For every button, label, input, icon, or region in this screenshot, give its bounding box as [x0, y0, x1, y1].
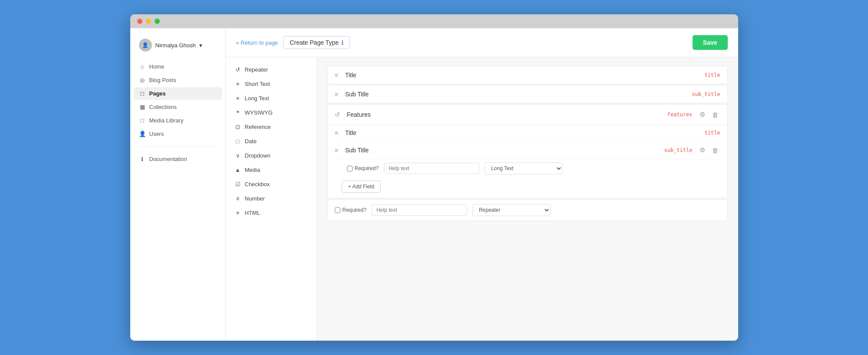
number-icon: #	[234, 195, 241, 202]
field-icon: ≡	[335, 72, 338, 79]
field-name: Sub Title	[345, 91, 687, 98]
field-icon: ≡	[335, 91, 338, 98]
palette-item-short-text[interactable]: ≡ Short Text	[226, 77, 317, 91]
required-label[interactable]: Required?	[347, 165, 379, 171]
wysiwyg-icon: ❝	[234, 109, 241, 116]
sidebar-item-label: Media Library	[149, 117, 184, 124]
sidebar-nav: ⌂ Home ◎ Blog Posts □ Pages ▦ Collection…	[130, 60, 225, 165]
users-icon: 👤	[139, 131, 146, 137]
repeater-actions: ⚙ 🗑	[698, 110, 720, 119]
bottom-required-checkbox[interactable]	[335, 207, 340, 213]
repeater-key: features	[667, 112, 693, 118]
settings-button[interactable]: ⚙	[698, 110, 707, 119]
palette-item-checkbox[interactable]: ☑ Checkbox	[226, 177, 317, 191]
sidebar-item-label: Blog Posts	[149, 77, 176, 83]
palette-item-label: Checkbox	[245, 181, 270, 187]
palette-item-repeater[interactable]: ↺ Repeater	[226, 62, 317, 77]
palette-item-label: Media	[245, 167, 260, 173]
short-text-icon: ≡	[234, 81, 241, 87]
palette-item-long-text[interactable]: ≡ Long Text	[226, 91, 317, 105]
minimize-dot[interactable]	[146, 19, 151, 24]
return-to-page-link[interactable]: Return to page	[236, 39, 278, 46]
palette-item-reference[interactable]: ⊡ Reference	[226, 120, 317, 134]
subtitle-field-row: ≡ Sub Title sub_title	[327, 85, 728, 103]
rep-subtitle-row: ≡ Sub Title sub_title ⚙ 🗑	[335, 141, 720, 160]
features-repeater-block: ↺ Features features ⚙ 🗑 ≡	[327, 104, 728, 198]
sidebar-item-label: Home	[149, 63, 165, 70]
header: Return to page Create Page Type ℹ Save	[226, 28, 738, 57]
dropdown-icon: ▾	[199, 42, 202, 49]
field-name: Title	[345, 129, 700, 136]
bottom-type-select[interactable]: Repeater Short Text Long Text WYSIWYG Re…	[472, 204, 551, 216]
sidebar-item-media-library[interactable]: □ Media Library	[134, 114, 222, 127]
palette-item-label: Short Text	[245, 81, 270, 87]
sidebar-user[interactable]: 👤 Nirmalya Ghosh ▾	[130, 35, 225, 60]
page-builder: ≡ Title title ≡ Sub Title sub_title ↺	[317, 57, 738, 341]
sidebar-item-label: Pages	[149, 90, 166, 97]
bottom-help-text-input[interactable]	[372, 204, 467, 216]
collections-icon: ▦	[139, 104, 146, 110]
repeater-name: Features	[347, 111, 662, 118]
long-text-icon: ≡	[234, 95, 241, 102]
field-key: sub_title	[664, 147, 692, 153]
media-palette-icon: ▲	[234, 167, 241, 173]
palette-item-dropdown[interactable]: ∨ Dropdown	[226, 148, 317, 163]
dropdown-icon: ∨	[234, 152, 241, 159]
palette-item-label: WYSIWYG	[245, 109, 273, 116]
palette-item-label: Long Text	[245, 95, 269, 102]
info-icon[interactable]: ℹ	[341, 39, 343, 46]
maximize-dot[interactable]	[155, 19, 160, 24]
media-icon: □	[139, 117, 146, 124]
required-checkbox[interactable]	[347, 166, 353, 171]
pages-icon: □	[139, 90, 146, 97]
sidebar-item-home[interactable]: ⌂ Home	[134, 60, 222, 73]
sub-delete-button[interactable]: 🗑	[710, 145, 720, 155]
bottom-required-label[interactable]: Required?	[335, 207, 366, 213]
type-select[interactable]: Long Text Short Text WYSIWYG Reference D…	[485, 162, 563, 174]
repeater-icon: ↺	[234, 66, 241, 73]
palette-item-date[interactable]: □ Date	[226, 134, 317, 148]
sidebar-item-documentation[interactable]: ℹ Documentation	[134, 153, 222, 165]
palette-item-label: Number	[245, 195, 265, 202]
sub-settings-button[interactable]: ⚙	[698, 145, 707, 155]
palette-item-label: Repeater	[245, 66, 268, 73]
repeater-body: ≡ Title title ≡ Sub Title sub_title ⚙	[328, 125, 727, 198]
field-palette: ↺ Repeater ≡ Short Text ≡ Long Text ❝ WY…	[226, 57, 317, 341]
bottom-field-row: Required? Repeater Short Text Long Text …	[327, 199, 728, 221]
save-button[interactable]: Save	[693, 35, 728, 50]
checkbox-icon: ☑	[234, 181, 241, 187]
palette-item-html[interactable]: ≡ HTML	[226, 206, 317, 220]
delete-button[interactable]: 🗑	[710, 110, 720, 119]
palette-item-media[interactable]: ▲ Media	[226, 163, 317, 177]
sidebar-item-label: Collections	[149, 104, 177, 110]
palette-item-wysiwyg[interactable]: ❝ WYSIWYG	[226, 105, 317, 120]
palette-item-number[interactable]: # Number	[226, 191, 317, 206]
field-key: title	[704, 72, 720, 78]
sidebar-item-blog-posts[interactable]: ◎ Blog Posts	[134, 74, 222, 86]
palette-item-label: Reference	[245, 124, 271, 130]
palette-item-label: Date	[245, 138, 257, 145]
required-text: Required?	[355, 165, 379, 171]
repeater-header: ↺ Features features ⚙ 🗑	[328, 105, 727, 125]
app: 👤 Nirmalya Ghosh ▾ ⌂ Home ◎ Blog Posts □…	[130, 28, 738, 341]
sidebar-item-pages[interactable]: □ Pages	[134, 87, 222, 100]
sidebar-divider	[137, 146, 218, 147]
page-title: Create Page Type	[290, 39, 339, 46]
sidebar: 👤 Nirmalya Ghosh ▾ ⌂ Home ◎ Blog Posts □…	[130, 28, 226, 341]
browser-window: 👤 Nirmalya Ghosh ▾ ⌂ Home ◎ Blog Posts □…	[130, 14, 738, 341]
sub-options-row: Required? Long Text Short Text WYSIWYG R…	[347, 160, 720, 177]
sidebar-item-label: Documentation	[149, 156, 187, 162]
close-dot[interactable]	[137, 19, 142, 24]
html-icon: ≡	[234, 210, 241, 216]
documentation-icon: ℹ	[139, 156, 146, 162]
add-field-button[interactable]: + Add Field	[342, 181, 381, 193]
user-name: Nirmalya Ghosh	[155, 42, 196, 49]
sidebar-item-users[interactable]: 👤 Users	[134, 128, 222, 140]
help-text-input[interactable]	[384, 163, 479, 174]
home-icon: ⌂	[139, 63, 146, 70]
sub-field-actions: ⚙ 🗑	[698, 145, 720, 155]
sidebar-item-collections[interactable]: ▦ Collections	[134, 101, 222, 113]
browser-titlebar	[130, 14, 738, 28]
field-key: title	[704, 130, 720, 136]
header-left: Return to page Create Page Type ℹ	[236, 36, 350, 49]
